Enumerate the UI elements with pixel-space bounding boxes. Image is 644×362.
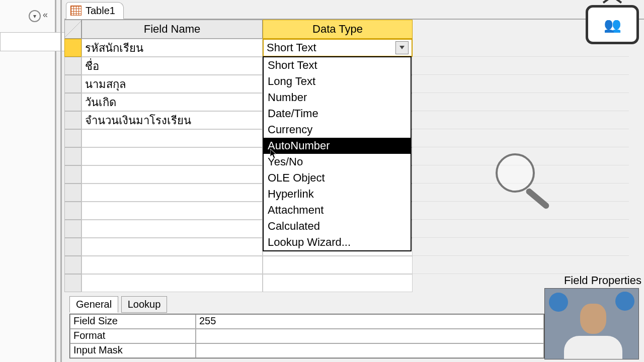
data-type-option[interactable]: Number: [264, 89, 411, 106]
property-label: Format: [70, 329, 196, 343]
row-selector[interactable]: [64, 147, 82, 165]
field-name-cell[interactable]: วันเกิด: [82, 93, 263, 111]
col-header-field-name[interactable]: Field Name: [82, 20, 263, 39]
data-type-cell[interactable]: Short Text: [263, 39, 413, 57]
design-row[interactable]: [64, 256, 413, 274]
property-value[interactable]: 255: [196, 314, 544, 329]
field-name-cell[interactable]: [82, 129, 263, 147]
field-name-cell[interactable]: ชื่อ: [82, 57, 263, 75]
field-name-cell[interactable]: [82, 274, 263, 292]
data-type-value: Short Text: [267, 41, 316, 54]
data-type-option[interactable]: Lookup Wizard...: [264, 234, 411, 250]
row-selector[interactable]: [64, 57, 82, 75]
property-value[interactable]: [196, 343, 544, 358]
field-name-cell[interactable]: จำนวนเงินมาโรงเรียน: [82, 111, 263, 129]
field-name-cell[interactable]: รหัสนักเรียน: [82, 39, 263, 57]
data-type-option[interactable]: Currency: [264, 122, 411, 138]
data-type-option[interactable]: Calculated: [264, 218, 411, 234]
field-name-cell[interactable]: [82, 165, 263, 184]
data-type-option[interactable]: OLE Object: [264, 170, 411, 186]
table-tab[interactable]: Table1: [66, 2, 124, 19]
pane-divider[interactable]: [60, 0, 62, 362]
tab-general[interactable]: General: [69, 296, 118, 313]
property-row[interactable]: Field Size255: [70, 314, 544, 329]
tab-lookup[interactable]: Lookup: [121, 296, 168, 313]
field-name-cell[interactable]: [82, 238, 263, 256]
field-name-cell[interactable]: นามสกุล: [82, 75, 263, 93]
channel-logo: 👥: [586, 5, 639, 44]
data-type-option[interactable]: Long Text: [264, 73, 411, 89]
property-label: Input Mask: [70, 343, 196, 358]
data-type-option[interactable]: Attachment: [264, 202, 411, 218]
row-selector[interactable]: [64, 129, 82, 147]
tab-label: Table1: [86, 5, 115, 17]
data-type-cell[interactable]: [263, 256, 413, 274]
row-selector[interactable]: [64, 165, 82, 184]
design-row[interactable]: [64, 274, 413, 292]
field-name-cell[interactable]: [82, 256, 263, 274]
field-name-cell[interactable]: [82, 202, 263, 220]
row-selector[interactable]: [64, 202, 82, 220]
property-row[interactable]: Format: [70, 329, 544, 343]
data-type-option[interactable]: Date/Time: [264, 106, 411, 122]
chevron-down-icon: [399, 46, 405, 50]
property-sheet[interactable]: Field Size255FormatInput Mask: [69, 314, 544, 358]
property-label: Field Size: [70, 314, 196, 329]
data-type-option[interactable]: Yes/No: [264, 154, 411, 170]
row-selector[interactable]: [64, 238, 82, 256]
data-type-option[interactable]: AutoNumber: [264, 138, 411, 154]
row-selector[interactable]: [64, 111, 82, 129]
row-selector[interactable]: [64, 75, 82, 93]
design-row[interactable]: รหัสนักเรียนShort Text: [64, 39, 413, 57]
field-name-cell[interactable]: [82, 147, 263, 165]
select-all-handle[interactable]: [64, 20, 82, 39]
field-properties-heading: Field Properties: [564, 274, 641, 287]
data-type-dropdown-button[interactable]: [395, 41, 409, 54]
row-selector[interactable]: [64, 39, 82, 57]
data-type-option[interactable]: Short Text: [264, 57, 411, 73]
property-tabs: General Lookup: [69, 296, 167, 312]
row-selector[interactable]: [64, 274, 82, 292]
data-type-option[interactable]: Hyperlink: [264, 186, 411, 202]
data-type-cell[interactable]: [263, 274, 413, 292]
webcam-overlay: [544, 288, 639, 359]
property-row[interactable]: Input Mask: [70, 343, 544, 358]
col-header-data-type[interactable]: Data Type: [263, 20, 413, 39]
navigation-pane: ▾ «: [0, 0, 56, 362]
data-type-dropdown[interactable]: Short TextLong TextNumberDate/TimeCurren…: [263, 56, 412, 251]
field-name-cell[interactable]: [82, 220, 263, 238]
collapse-nav-icon[interactable]: «: [43, 11, 52, 20]
row-selector[interactable]: [64, 256, 82, 274]
row-selector[interactable]: [64, 93, 82, 111]
row-selector[interactable]: [64, 184, 82, 202]
property-value[interactable]: [196, 329, 544, 343]
grid-background-lines: [413, 39, 629, 274]
row-selector[interactable]: [64, 220, 82, 238]
nav-category-dropdown[interactable]: ▾: [29, 10, 41, 22]
field-name-cell[interactable]: [82, 184, 263, 202]
table-icon: [70, 6, 82, 16]
